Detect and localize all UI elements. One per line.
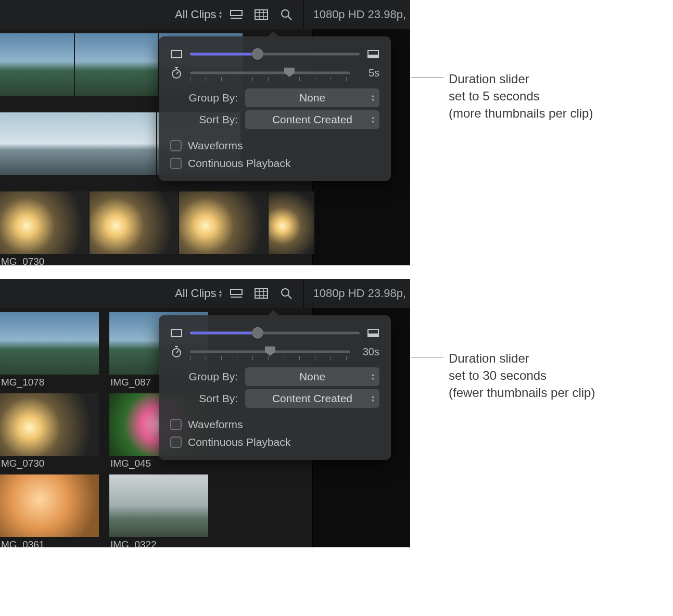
waveforms-label: Waveforms	[188, 139, 243, 152]
clip-thumbnail[interactable]	[0, 33, 74, 96]
sortby-label: Sort By:	[170, 113, 238, 126]
continuous-playback-label: Continuous Playback	[188, 436, 290, 448]
sortby-value: Content Created	[272, 113, 352, 126]
leader-line	[411, 78, 443, 78]
waveforms-label: Waveforms	[188, 418, 243, 431]
clip-thumbnail[interactable]	[0, 112, 156, 175]
svg-rect-0	[231, 10, 242, 16]
clip-thumbnail[interactable]	[0, 312, 99, 375]
svg-rect-15	[255, 289, 268, 298]
annotation-text: Duration slider set to 30 seconds (fewer…	[449, 350, 595, 401]
waveforms-checkbox[interactable]	[170, 140, 182, 151]
stopwatch-icon	[170, 346, 183, 357]
clip-thumbnail[interactable]	[0, 474, 99, 537]
thumbnail-small-icon	[170, 50, 183, 58]
filmstrip-view-icon[interactable]	[254, 7, 269, 22]
clip-filter-label: All Clips	[175, 8, 216, 21]
updown-icon: ▴▾	[372, 394, 374, 403]
sortby-value: Content Created	[272, 392, 352, 405]
browser-panel-5s: All Clips ▴▾ 1080p HD 23.98p,	[0, 0, 410, 265]
list-view-icon[interactable]	[229, 286, 244, 301]
svg-line-8	[288, 16, 291, 20]
waveforms-checkbox[interactable]	[170, 419, 182, 430]
browser-toolbar: All Clips ▴▾ 1080p HD 23.98p,	[0, 279, 410, 308]
groupby-value: None	[299, 92, 325, 104]
viewer-format-label: 1080p HD 23.98p,	[303, 287, 406, 300]
svg-rect-13	[231, 289, 242, 294]
stopwatch-icon	[170, 67, 183, 79]
thumbnail-large-icon	[367, 329, 379, 337]
clip-thumbnail[interactable]	[0, 393, 99, 456]
duration-slider[interactable]	[190, 345, 350, 358]
clip-row	[0, 187, 312, 254]
filmstrip-view-icon[interactable]	[254, 286, 269, 301]
thumbnail-size-row	[170, 327, 379, 339]
svg-rect-2	[255, 10, 268, 19]
clip-appearance-popover: 30s Group By: None ▴▾ Sort By: Content C…	[159, 315, 391, 460]
annotation-top: Duration slider set to 5 seconds (more t…	[411, 70, 593, 122]
groupby-label: Group By:	[170, 92, 238, 104]
groupby-label: Group By:	[170, 370, 238, 383]
svg-point-20	[282, 289, 289, 296]
clip-thumbnail[interactable]	[90, 191, 178, 254]
groupby-select[interactable]: None ▴▾	[245, 88, 379, 107]
viewer-format-label: 1080p HD 23.98p,	[303, 8, 406, 21]
svg-point-7	[282, 10, 289, 17]
sortby-label: Sort By:	[170, 392, 238, 405]
thumbnail-large-icon	[367, 50, 379, 58]
clip-thumbnail[interactable]	[109, 474, 208, 537]
clip-label: MG_0730	[0, 456, 99, 474]
duration-slider[interactable]	[190, 67, 350, 79]
clip-filter-label: All Clips	[175, 287, 216, 300]
annotation-text: Duration slider set to 5 seconds (more t…	[449, 70, 593, 122]
clip-thumbnail[interactable]	[269, 191, 314, 254]
browser-toolbar: All Clips ▴▾ 1080p HD 23.98p,	[0, 0, 410, 29]
updown-icon: ▴▾	[372, 373, 374, 381]
clip-label: MG_0730	[0, 254, 312, 265]
thumbnail-small-icon	[170, 329, 183, 337]
duration-row: 5s	[170, 67, 379, 79]
groupby-value: None	[299, 370, 325, 383]
sortby-select[interactable]: Content Created ▴▾	[245, 110, 379, 129]
updown-icon: ▴▾	[372, 94, 374, 102]
thumbnail-size-row	[170, 48, 379, 60]
continuous-playback-label: Continuous Playback	[188, 157, 290, 170]
groupby-select[interactable]: None ▴▾	[245, 367, 379, 386]
svg-line-12	[176, 72, 179, 74]
browser-panel-30s: All Clips ▴▾ 1080p HD 23.98p, MG_1078 IM…	[0, 279, 410, 547]
clip-thumbnail[interactable]	[75, 33, 158, 96]
leader-line	[411, 357, 443, 357]
svg-line-21	[288, 295, 291, 299]
duration-row: 30s	[170, 345, 379, 358]
continuous-playback-checkbox[interactable]	[170, 158, 182, 169]
search-icon[interactable]	[279, 286, 294, 301]
updown-icon: ▴▾	[219, 289, 222, 298]
annotation-bottom: Duration slider set to 30 seconds (fewer…	[411, 350, 595, 401]
clip-appearance-popover: 5s Group By: None ▴▾ Sort By: Content Cr…	[159, 36, 391, 181]
search-icon[interactable]	[279, 7, 294, 22]
updown-icon: ▴▾	[219, 10, 222, 19]
clip-label: MG_1078	[0, 375, 99, 393]
thumbnail-size-slider[interactable]	[190, 48, 360, 60]
clip-filter-dropdown[interactable]: All Clips ▴▾	[173, 285, 224, 302]
svg-line-25	[176, 351, 179, 353]
thumbnail-size-slider[interactable]	[190, 327, 360, 339]
duration-value: 5s	[358, 67, 379, 79]
sortby-select[interactable]: Content Created ▴▾	[245, 389, 379, 408]
clip-thumbnail[interactable]	[179, 191, 268, 254]
clip-label: IMG_0322	[109, 537, 208, 547]
clip-filter-dropdown[interactable]: All Clips ▴▾	[173, 6, 224, 23]
list-view-icon[interactable]	[229, 7, 244, 22]
clip-label: MG_0361	[0, 537, 99, 547]
updown-icon: ▴▾	[372, 116, 374, 124]
clip-thumbnail[interactable]	[0, 191, 88, 254]
continuous-playback-checkbox[interactable]	[170, 437, 182, 448]
duration-value: 30s	[358, 346, 379, 358]
